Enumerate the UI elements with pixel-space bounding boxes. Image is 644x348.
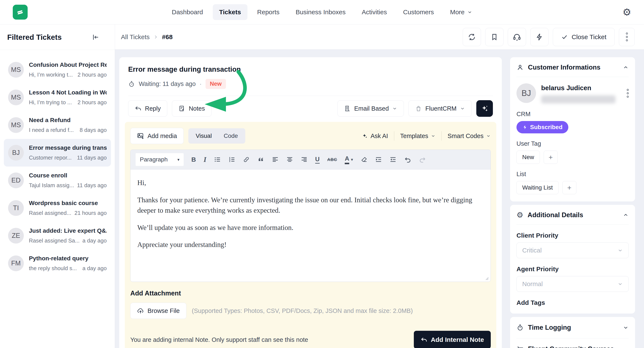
bold-button[interactable]: B xyxy=(191,156,196,163)
nav-item-activities[interactable]: Activities xyxy=(355,4,393,20)
agent-priority-select[interactable]: Normal xyxy=(516,276,629,292)
collapse-sidebar-icon[interactable] xyxy=(92,33,100,41)
add-internal-note-button[interactable]: Add Internal Note xyxy=(414,331,491,348)
cloud-upload-icon xyxy=(137,307,144,314)
client-priority-select[interactable]: Critical xyxy=(516,242,629,258)
additional-details-header[interactable]: ⚙ Additional Details xyxy=(516,205,629,224)
ticket-list-item-selected[interactable]: BJ Error message during transa... Custom… xyxy=(4,139,111,167)
blockquote-button[interactable] xyxy=(258,156,264,163)
refresh-button[interactable] xyxy=(463,28,481,46)
ticket-list-item[interactable]: FM Python-related query the reply should… xyxy=(4,249,111,277)
customer-options-button[interactable] xyxy=(627,83,629,98)
underline-button[interactable]: U xyxy=(315,156,320,164)
stopwatch-icon xyxy=(516,324,524,331)
ticket-title: Error message during transa... xyxy=(29,144,107,151)
align-left-button[interactable] xyxy=(272,156,279,163)
divider xyxy=(516,224,629,225)
list-chip[interactable]: Waiting List xyxy=(516,181,558,194)
link-button[interactable] xyxy=(243,156,250,163)
user-tag-chips: New + xyxy=(516,151,629,164)
add-list-button[interactable]: + xyxy=(562,181,576,194)
settings-gear-icon[interactable]: ⚙ xyxy=(622,7,631,17)
clear-formatting-button[interactable] xyxy=(361,156,368,163)
reply-button[interactable]: Reply xyxy=(128,100,167,117)
note-paragraph: Appreciate your understanding! xyxy=(137,239,484,250)
text-color-button[interactable]: A ▾ xyxy=(345,155,353,164)
reply-mode-row: Reply Notes xyxy=(119,96,502,121)
customer-identity-row: BJ belarus Judicen xyxy=(516,77,629,103)
fluent-support-logo[interactable] xyxy=(13,5,28,20)
indent-button[interactable] xyxy=(375,156,382,163)
fluent-community-courses-header[interactable]: Fluent Community Courses xyxy=(516,338,629,348)
ticket-list-item[interactable]: MS Lesson 4 Not Loading in Wor... Hi, I’… xyxy=(4,84,111,111)
ticket-time: a day ago xyxy=(82,265,107,272)
bullet-list-button[interactable] xyxy=(214,156,221,163)
rich-text-editor: Paragraph ▾ B I xyxy=(130,150,491,282)
breadcrumb-all-tickets[interactable]: All Tickets xyxy=(121,33,150,41)
notes-button[interactable]: Notes xyxy=(172,100,212,117)
tab-code[interactable]: Code xyxy=(218,130,244,142)
undo-button[interactable] xyxy=(404,156,411,163)
close-ticket-button[interactable]: Close Ticket xyxy=(553,28,615,46)
nav-item-business-inboxes[interactable]: Business Inboxes xyxy=(289,4,352,20)
browse-file-button[interactable]: Browse File xyxy=(130,303,186,319)
ticket-preview: Customer repor... xyxy=(29,154,72,161)
list-label: List xyxy=(516,171,629,178)
fluentcrm-select[interactable]: FluentCRM xyxy=(408,100,472,117)
outdent-button[interactable] xyxy=(390,156,396,163)
headset-icon xyxy=(513,33,521,41)
ticket-list-item[interactable]: ED Course enroll Tajul Islam assig...11 … xyxy=(4,167,111,194)
support-agent-button[interactable] xyxy=(508,28,526,46)
ai-assistant-button[interactable] xyxy=(476,100,493,117)
add-media-button[interactable]: Add media xyxy=(130,128,184,144)
smart-codes-dropdown[interactable]: Smart Codes xyxy=(448,133,491,140)
ticket-preview: Hi, I’m trying to ... xyxy=(29,99,72,106)
subscribed-badge[interactable]: Subscribed xyxy=(516,121,568,133)
align-center-button[interactable] xyxy=(286,156,293,163)
paragraph-format-select[interactable]: Paragraph ▾ xyxy=(136,153,184,166)
ticket-title: Course enroll xyxy=(29,172,107,179)
ticket-list-item[interactable]: ZE Just added: Live expert Q&A... Rasel … xyxy=(4,222,111,249)
customer-informations-header[interactable]: Customer Informations xyxy=(516,57,629,77)
dot-separator: · xyxy=(200,80,202,88)
client-priority-label: Client Priority xyxy=(516,232,629,239)
customer-email-redacted xyxy=(541,95,616,103)
ticket-title: Confusion About Project Req... xyxy=(29,62,107,68)
nav-item-more[interactable]: More xyxy=(444,4,478,20)
tag-chip[interactable]: New xyxy=(516,151,540,164)
tab-visual[interactable]: Visual xyxy=(190,130,218,142)
add-media-icon xyxy=(137,132,144,140)
nav-item-dashboard[interactable]: Dashboard xyxy=(165,4,209,20)
chevron-down-icon xyxy=(618,248,623,253)
more-options-button[interactable] xyxy=(619,28,635,46)
nav-item-tickets[interactable]: Tickets xyxy=(213,4,248,20)
workflow-button[interactable] xyxy=(530,28,548,46)
ticket-list-item[interactable]: MS Confusion About Project Req... Hi, I’… xyxy=(4,56,111,84)
mailbox-select[interactable]: Email Based xyxy=(338,100,404,117)
ticket-list-item[interactable]: TI Wordpress basic course Rasel assigned… xyxy=(4,194,111,222)
sparkles-icon xyxy=(480,104,489,113)
time-logging-header[interactable]: Time Logging xyxy=(516,317,629,338)
align-right-button[interactable] xyxy=(301,156,308,163)
strikethrough-button[interactable]: ABC xyxy=(327,157,337,162)
link-icon xyxy=(243,156,250,163)
customer-name: belarus Judicen xyxy=(541,83,616,92)
resize-handle[interactable] xyxy=(484,276,489,280)
templates-dropdown[interactable]: Templates xyxy=(400,133,436,140)
composer-toolbar-row: Add media Visual Code xyxy=(130,128,491,144)
bookmark-button[interactable] xyxy=(485,28,504,46)
content-area: Error message during transaction Waiting… xyxy=(115,50,644,348)
ticket-time: 8 days ago xyxy=(80,127,107,133)
add-tag-button[interactable]: + xyxy=(544,151,558,164)
nav-item-reports[interactable]: Reports xyxy=(251,4,286,20)
logo-icon xyxy=(16,8,25,17)
nav-item-customers[interactable]: Customers xyxy=(396,4,440,20)
ask-ai-button[interactable]: Ask AI xyxy=(362,133,388,140)
numbered-list-button[interactable] xyxy=(228,156,235,163)
note-text-area[interactable]: Hi, Thanks for your patience. We’re curr… xyxy=(130,170,490,282)
ticket-title: Python-related query xyxy=(29,255,107,262)
internal-note-info: You are adding internal Note. Only suppo… xyxy=(130,336,308,343)
redo-button[interactable] xyxy=(419,156,426,163)
ticket-list-item[interactable]: MS Need a Refund I need a refund f...8 d… xyxy=(4,111,111,139)
italic-button[interactable]: I xyxy=(204,156,206,164)
